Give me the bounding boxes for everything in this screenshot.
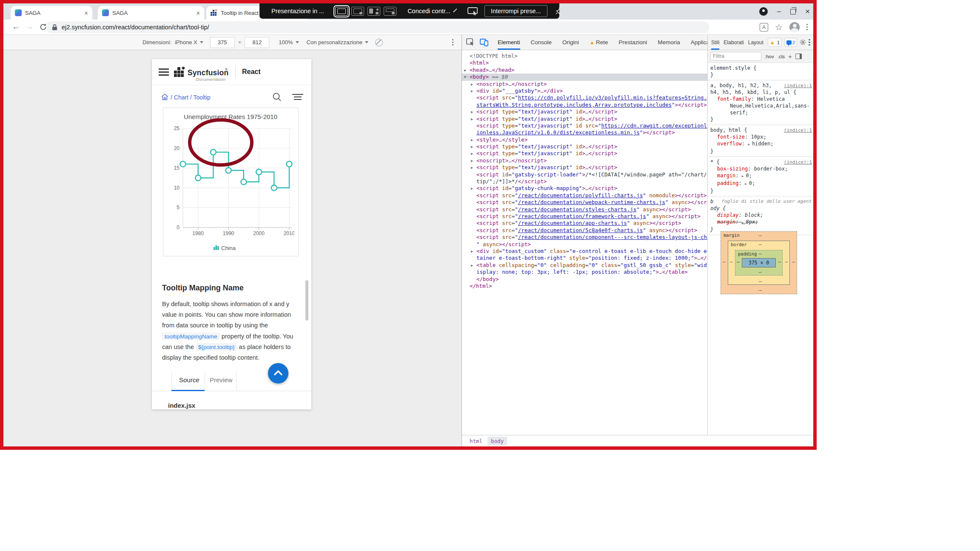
- code-link[interactable]: ${point.tooltip}: [196, 343, 237, 351]
- dom-line[interactable]: ▶<script type="text/javascript" id>…</sc…: [462, 108, 707, 115]
- collapsed-arrow-icon[interactable]: ▶: [471, 157, 473, 164]
- dom-line[interactable]: <html>: [462, 60, 707, 66]
- class-toggle[interactable]: .cls: [778, 54, 785, 59]
- share-cursor-icon[interactable]: [467, 7, 479, 15]
- back-button[interactable]: ←: [12, 22, 20, 31]
- tab-preview[interactable]: Preview: [210, 376, 232, 383]
- stylesheet-link[interactable]: (indice):1: [784, 82, 812, 89]
- new-rule-button[interactable]: +: [788, 53, 792, 60]
- layout-pip-icon[interactable]: [351, 7, 364, 16]
- home-icon[interactable]: [161, 94, 168, 100]
- dom-line[interactable]: <script src="/react/documentation/framew…: [462, 213, 707, 220]
- layout-strip-icon[interactable]: [384, 7, 396, 16]
- translate-icon[interactable]: A: [760, 23, 768, 31]
- dom-line[interactable]: ▶<style>…</style>: [462, 136, 707, 143]
- dom-line[interactable]: <script src="/react/documentation/5c8a4e…: [462, 227, 707, 234]
- search-icon[interactable]: [272, 92, 282, 102]
- layout-split-icon[interactable]: [368, 7, 380, 16]
- step-line-chart[interactable]: 19801990200020100510152025Unemployment R…: [163, 108, 294, 256]
- dom-line[interactable]: ▶<noscript>…</noscript>: [462, 81, 707, 88]
- profile-avatar[interactable]: [789, 22, 800, 32]
- collapsed-arrow-icon[interactable]: ▶: [471, 88, 473, 94]
- dom-line[interactable]: <script src="/react/documentation/webpac…: [462, 199, 707, 206]
- pane-layout-icon[interactable]: [795, 54, 802, 59]
- devtools-menu-icon[interactable]: [809, 39, 810, 46]
- collapsed-arrow-icon[interactable]: ▶: [471, 248, 473, 255]
- styles-tab-layout[interactable]: Layout: [748, 35, 763, 50]
- dom-crumb-html[interactable]: html: [466, 437, 486, 446]
- collapsed-arrow-icon[interactable]: ▶: [471, 116, 473, 122]
- devtools-tab-elementi[interactable]: Elementi: [498, 35, 520, 50]
- dom-line[interactable]: <script src="/react/documentation/app-ch…: [462, 220, 707, 227]
- minimize-button[interactable]: –: [777, 8, 781, 15]
- collapsed-arrow-icon[interactable]: ▶: [471, 164, 473, 171]
- tab-source[interactable]: Source: [179, 376, 199, 383]
- css-rule[interactable]: (indice):1a, body, h1, h2, h3,h4, h5, h6…: [708, 80, 813, 125]
- devtools-close-icon[interactable]: ×: [813, 39, 813, 46]
- browser-tab[interactable]: SAGA×: [11, 6, 92, 20]
- devtools-tab-prestazioni[interactable]: Prestazioni: [619, 35, 647, 50]
- filter-input[interactable]: Filtra: [710, 52, 761, 61]
- dom-line[interactable]: <script type="text/javascript" id src="h…: [462, 122, 707, 129]
- dom-line[interactable]: tainer e-toast-bottom-right" style="posi…: [462, 255, 707, 261]
- stylesheet-link[interactable]: (indice):1: [784, 159, 812, 166]
- dom-crumb-body[interactable]: body: [487, 437, 507, 446]
- layout-full-icon[interactable]: [335, 7, 348, 16]
- dom-line[interactable]: ▶<script type="text/javascript" id>…</sc…: [462, 116, 707, 122]
- browser-menu-icon[interactable]: [806, 24, 808, 31]
- dom-line[interactable]: isplay: none; top: 3px; left: -1px; posi…: [462, 269, 707, 276]
- pin-icon[interactable]: [555, 7, 563, 15]
- viewport-height-input[interactable]: 812: [245, 37, 269, 48]
- stop-presenting-button[interactable]: Interrompi prese...: [484, 5, 547, 17]
- dom-line[interactable]: <script src="/react/documentation/compon…: [462, 234, 707, 241]
- dom-line[interactable]: ionless.JavaScript/v1.6.0/dist/exception…: [462, 129, 707, 136]
- warnings-badge[interactable]: ▲1: [768, 38, 782, 47]
- zoom-select[interactable]: 100%: [279, 39, 299, 45]
- device-toolbar-menu-icon[interactable]: [452, 39, 454, 46]
- devtools-tab-console[interactable]: Console: [531, 35, 552, 50]
- scroll-top-button[interactable]: [268, 363, 288, 383]
- throttling-select[interactable]: Con personalizzazione: [307, 39, 369, 45]
- page-scrollbar[interactable]: [305, 280, 308, 321]
- dom-line[interactable]: <script src="https://cdn.polyfill.io/v3/…: [462, 94, 707, 101]
- dom-line[interactable]: ▶<script id="gatsby-chunk-mapping">…</sc…: [462, 185, 707, 192]
- collapsed-arrow-icon[interactable]: ▶: [471, 81, 473, 88]
- dom-line[interactable]: ▶<script type="text/javascript" id>…</sc…: [462, 164, 707, 171]
- logo-text[interactable]: Syncfusion: [188, 68, 228, 77]
- css-rule[interactable]: element.style {}: [708, 63, 813, 80]
- expanded-arrow-icon[interactable]: ▼: [464, 74, 466, 80]
- css-rule[interactable]: (indice):1body, html {font-size: 10px;ov…: [708, 125, 813, 157]
- forward-button[interactable]: →: [26, 22, 34, 31]
- code-link[interactable]: tooltipMappingName: [162, 332, 220, 340]
- settings-gear-icon[interactable]: [800, 39, 806, 45]
- dom-line[interactable]: " async></script>: [462, 241, 707, 248]
- dom-line[interactable]: startsWith,String.prototype.includes,Arr…: [462, 102, 707, 108]
- tab-close-icon[interactable]: ×: [196, 10, 200, 16]
- bookmark-star-icon[interactable]: ☆: [775, 22, 783, 32]
- messages-badge[interactable]: 2: [784, 38, 797, 47]
- dom-line[interactable]: <script src="/react/documentation/styles…: [462, 206, 707, 213]
- dom-line[interactable]: <script src="/react/documentation/polyfi…: [462, 192, 707, 199]
- dom-line[interactable]: ▶<div id="toast_custom" class="e-control…: [462, 248, 707, 255]
- grant-control-button[interactable]: Concedi contr...: [407, 8, 450, 14]
- devtools-tab-origini[interactable]: Origini: [562, 35, 579, 50]
- dom-line[interactable]: ▶<script type="text/javascript" id>…</sc…: [462, 143, 707, 150]
- viewport-width-input[interactable]: 375: [210, 37, 235, 48]
- address-bar[interactable]: ej2.syncfusion.com/react/documentation/c…: [46, 21, 709, 33]
- dom-line[interactable]: ▶<div id="___gatsby">…</div>: [462, 88, 707, 94]
- collapsed-arrow-icon[interactable]: ▶: [471, 185, 473, 192]
- device-select[interactable]: iPhone X: [175, 39, 203, 45]
- collapsed-arrow-icon[interactable]: ▶: [471, 108, 473, 115]
- close-button[interactable]: ×: [805, 7, 810, 16]
- collapsed-arrow-icon[interactable]: ▶: [471, 136, 473, 143]
- stylesheet-link[interactable]: (indice):1: [784, 127, 812, 134]
- browser-tab[interactable]: SAGA×: [98, 6, 204, 20]
- device-toggle-icon[interactable]: [480, 38, 488, 46]
- dom-line[interactable]: <script id="gatsby-script-loader">/*<![C…: [462, 171, 707, 178]
- devtools-tab-memoria[interactable]: Memoria: [658, 35, 680, 50]
- dom-line[interactable]: ▶<noscript>…</noscript>: [462, 157, 707, 164]
- dom-line[interactable]: ▶<table cellspacing="0" cellpadding="0" …: [462, 262, 707, 269]
- dom-line[interactable]: ··▼<body> == $0: [462, 74, 707, 80]
- dom-line[interactable]: ▶<head>…</head>: [462, 67, 707, 74]
- devtools-tab-rete[interactable]: ▲Rete: [590, 35, 608, 50]
